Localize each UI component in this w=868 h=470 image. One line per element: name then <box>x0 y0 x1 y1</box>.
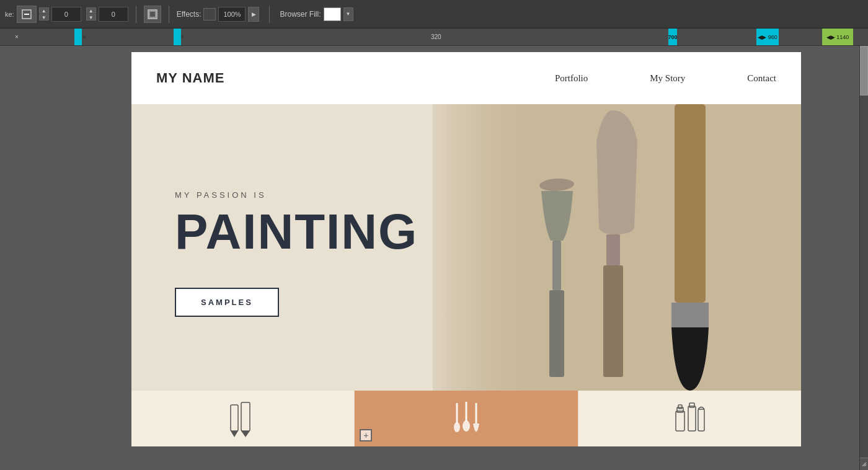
ruler-label-320: 320 <box>431 33 441 40</box>
pencil-icon <box>228 400 259 437</box>
fullscreen-icon-box[interactable] <box>144 6 161 23</box>
brush-icon <box>448 400 485 437</box>
pencil-svg <box>228 400 259 437</box>
svg-rect-7 <box>549 290 564 377</box>
effects-group: Effects: 100% ▶ <box>177 7 260 22</box>
svg-rect-21 <box>676 411 684 431</box>
ruler-label-960: ◀▶ 960 <box>758 34 777 40</box>
bottom-section-3[interactable] <box>578 391 801 446</box>
svg-rect-9 <box>603 265 623 377</box>
hero-button[interactable]: SAMPLES <box>175 288 279 317</box>
scrollbar-track <box>859 46 868 470</box>
ruler-bar: × × × 320 700 ◀▶ 960 ◀▶ 1140 <box>0 29 868 46</box>
tools-svg <box>433 104 801 391</box>
effects-label: Effects: <box>177 10 202 19</box>
ruler-close-2[interactable]: × <box>82 33 86 40</box>
svg-rect-11 <box>671 303 709 327</box>
ruler-label-1140: ◀▶ 1140 <box>826 34 849 40</box>
svg-marker-13 <box>231 431 238 437</box>
hero-subtitle: MY PASSION IS <box>175 190 418 200</box>
hero-title: PAINTING <box>175 207 418 257</box>
divider-1 <box>136 6 136 23</box>
svg-rect-23 <box>678 405 682 409</box>
hero-image <box>433 104 801 391</box>
toolbar: ke: ▲ ▼ 0 ▲ ▼ 0 Effects: 100% ▶ <box>0 0 868 29</box>
scrollbar-resize[interactable] <box>860 458 868 470</box>
svg-marker-15 <box>241 431 250 437</box>
effects-icon[interactable] <box>203 8 216 20</box>
bottles-svg <box>671 400 708 437</box>
svg-rect-25 <box>689 403 694 407</box>
svg-rect-12 <box>231 405 238 431</box>
nav-item-portfolio[interactable]: Portfolio <box>555 73 588 84</box>
y-spinners: ▲ ▼ <box>86 7 96 20</box>
site-logo[interactable]: MY NAME <box>156 70 225 86</box>
ruler-close-1[interactable]: × <box>15 33 19 40</box>
x-up-btn[interactable]: ▲ <box>39 7 49 14</box>
browser-fill-color[interactable] <box>324 7 341 21</box>
zoom-arrow[interactable]: ▶ <box>248 7 259 22</box>
canvas-wrapper: MY NAME Portfolio My Story Contact MY PA… <box>0 46 859 470</box>
divider-3 <box>269 6 270 23</box>
zoom-input[interactable]: 100% <box>218 7 246 22</box>
y-input[interactable]: 0 <box>99 7 128 22</box>
stroke-tool-group: ke: ▲ ▼ 0 <box>5 6 81 23</box>
bottom-section-2[interactable]: + <box>355 391 578 446</box>
x-input[interactable]: 0 <box>51 7 81 22</box>
divider-2 <box>169 6 169 23</box>
site-header: MY NAME Portfolio My Story Contact <box>131 52 801 104</box>
site-canvas: MY NAME Portfolio My Story Contact MY PA… <box>131 52 801 446</box>
resize-icon <box>861 461 867 468</box>
site-bottom: + <box>131 391 801 446</box>
ruler-label-700: 700 <box>668 34 677 40</box>
bottom-section-1[interactable] <box>131 391 355 446</box>
ruler-marker-cyan-4: ◀▶ 960 <box>756 29 779 45</box>
svg-rect-14 <box>241 402 250 431</box>
hero-section: MY PASSION IS PAINTING SAMPLES <box>131 104 801 391</box>
ruler-close-3[interactable]: × <box>180 33 184 40</box>
svg-rect-3 <box>149 11 156 17</box>
fullscreen-icon <box>148 9 157 19</box>
svg-rect-6 <box>552 241 561 290</box>
ruler-marker-green: ◀▶ 1140 <box>822 29 853 45</box>
x-spinners: ▲ ▼ <box>39 7 49 20</box>
ruler-marker-cyan-1 <box>74 29 82 45</box>
svg-rect-10 <box>675 104 706 303</box>
nav-item-contact[interactable]: Contact <box>747 73 776 84</box>
brush-svg <box>448 400 485 437</box>
site-nav: Portfolio My Story Contact <box>555 73 776 84</box>
y-down-btn[interactable]: ▼ <box>86 14 96 20</box>
svg-rect-24 <box>688 406 696 431</box>
svg-rect-8 <box>606 234 620 265</box>
add-icon[interactable]: + <box>360 429 372 441</box>
svg-point-19 <box>463 420 470 432</box>
hero-text: MY PASSION IS PAINTING SAMPLES <box>131 178 418 317</box>
painting-tools <box>433 104 801 391</box>
svg-point-17 <box>454 422 460 432</box>
svg-rect-26 <box>698 409 704 431</box>
ruler-marker-cyan-3: 700 <box>668 29 677 45</box>
y-up-btn[interactable]: ▲ <box>86 7 96 14</box>
main-area: MY NAME Portfolio My Story Contact MY PA… <box>0 46 868 470</box>
browser-fill-label: Browser Fill: <box>280 10 321 19</box>
stroke-label: ke: <box>5 11 14 18</box>
bottles-icon <box>671 400 708 437</box>
nav-item-my-story[interactable]: My Story <box>650 73 685 84</box>
browser-fill-dropdown[interactable]: ▼ <box>343 7 353 21</box>
stroke-icon <box>21 9 32 20</box>
browser-fill-group: Browser Fill: ▼ <box>280 7 353 21</box>
scrollbar-thumb[interactable] <box>860 46 868 95</box>
x-down-btn[interactable]: ▼ <box>39 14 49 20</box>
stroke-icon-box[interactable] <box>17 6 37 23</box>
y-tool-group: ▲ ▼ 0 <box>86 7 128 22</box>
